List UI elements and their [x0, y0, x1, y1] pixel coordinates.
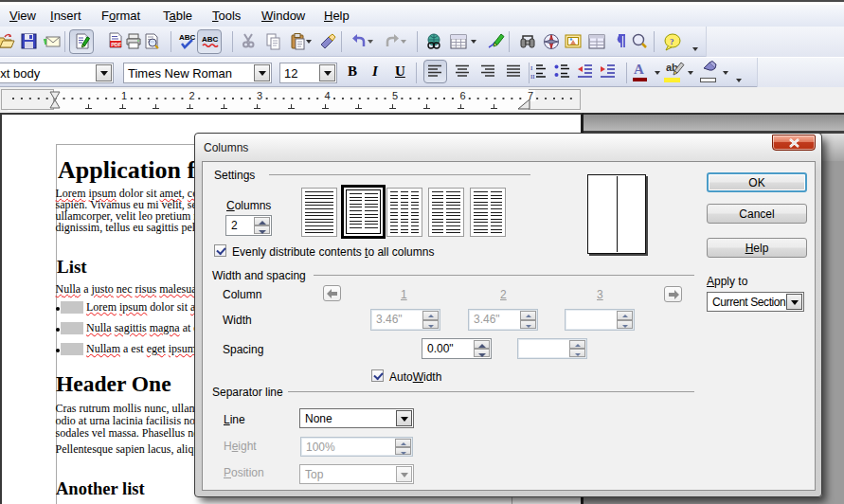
svg-text:?: ?	[670, 37, 674, 46]
svg-text:ABC: ABC	[202, 35, 219, 44]
svg-text:II: II	[530, 73, 535, 81]
svg-text:ABC: ABC	[179, 33, 196, 42]
svg-text:PDF: PDF	[111, 42, 122, 47]
svg-text:I: I	[530, 64, 533, 72]
